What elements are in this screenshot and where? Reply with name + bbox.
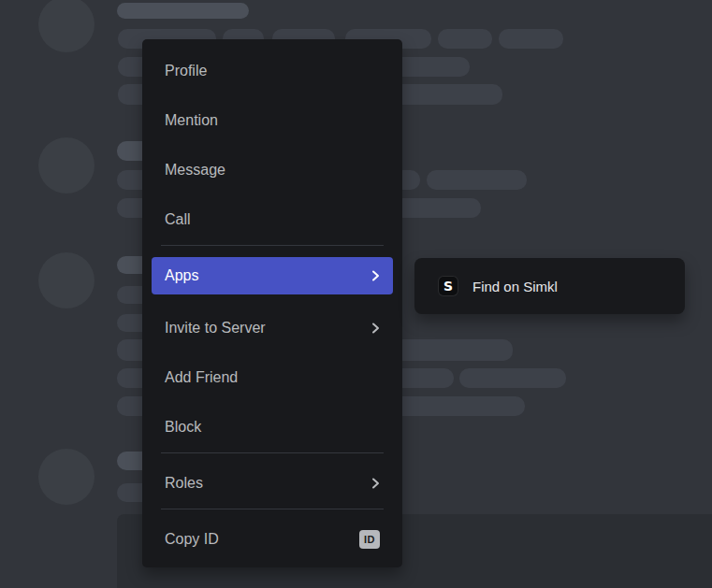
menu-item-label: Mention	[165, 112, 218, 129]
menu-item-copy-id[interactable]: Copy ID ID	[152, 521, 393, 558]
chevron-right-icon	[371, 270, 380, 281]
message-line-placeholder	[427, 170, 527, 190]
username-placeholder	[117, 3, 249, 19]
menu-item-message[interactable]: Message	[152, 151, 393, 189]
menu-item-label: Invite to Server	[165, 320, 266, 337]
avatar-placeholder	[38, 0, 94, 52]
menu-item-label: Block	[165, 419, 201, 436]
chevron-right-icon	[371, 478, 380, 489]
avatar-placeholder	[38, 449, 94, 505]
menu-item-add-friend[interactable]: Add Friend	[152, 359, 393, 396]
menu-item-roles[interactable]: Roles	[152, 465, 393, 502]
menu-item-label: Call	[165, 211, 191, 228]
menu-item-apps[interactable]: Apps	[152, 257, 393, 294]
menu-item-label: Roles	[165, 475, 203, 492]
chevron-right-icon	[371, 323, 380, 334]
apps-submenu: S Find on Simkl	[414, 258, 685, 314]
menu-item-mention[interactable]: Mention	[152, 102, 393, 139]
menu-item-label: Message	[165, 162, 225, 179]
id-badge-icon: ID	[359, 530, 380, 549]
menu-item-block[interactable]: Block	[152, 409, 393, 446]
menu-item-label: Apps	[165, 267, 198, 284]
reaction-placeholder	[499, 29, 563, 49]
reaction-placeholder	[438, 29, 492, 49]
menu-item-label: Profile	[165, 63, 207, 79]
avatar-placeholder	[38, 252, 94, 308]
submenu-item-label: Find on Simkl	[472, 279, 558, 294]
menu-item-invite-to-server[interactable]: Invite to Server	[152, 309, 393, 347]
message-line-placeholder	[459, 368, 566, 388]
avatar-placeholder	[38, 137, 94, 194]
menu-item-call[interactable]: Call	[152, 201, 393, 238]
menu-item-label: Copy ID	[165, 531, 219, 548]
menu-divider	[161, 452, 384, 453]
menu-item-find-on-simkl[interactable]: S Find on Simkl	[424, 267, 676, 305]
menu-divider	[161, 509, 384, 509]
menu-divider	[161, 245, 384, 246]
user-context-menu: Profile Mention Message Call Apps Invite…	[142, 39, 402, 567]
menu-item-profile[interactable]: Profile	[152, 52, 393, 90]
simkl-logo-icon: S	[439, 277, 458, 295]
menu-item-label: Add Friend	[165, 369, 238, 386]
